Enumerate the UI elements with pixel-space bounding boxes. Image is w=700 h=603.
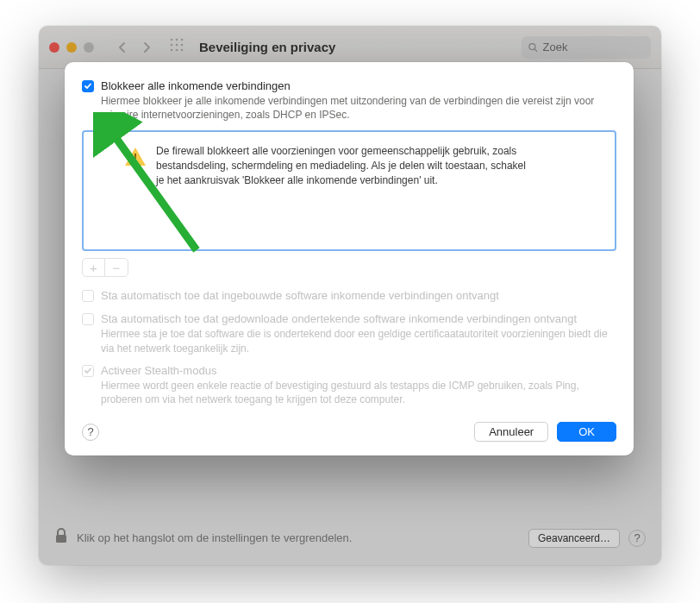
stealth-option: Activeer Stealth-modus Hiermee wordt gee… xyxy=(82,364,616,406)
block-all-option[interactable]: Blokkeer alle inkomende verbindingen xyxy=(82,79,616,92)
signed-option: Sta automatisch toe dat gedownloade onde… xyxy=(82,312,616,355)
remove-button: − xyxy=(105,259,128,276)
stealth-checkbox xyxy=(82,365,94,377)
ok-button[interactable]: OK xyxy=(557,422,616,442)
signed-checkbox xyxy=(82,313,94,325)
block-all-checkbox[interactable] xyxy=(82,80,94,92)
add-remove-control: + − xyxy=(82,258,128,277)
builtin-label: Sta automatisch toe dat ingebouwde softw… xyxy=(101,289,499,302)
block-all-desc: Hiermee blokkeer je alle inkomende verbi… xyxy=(101,94,616,122)
sheet-footer: ? Annuleer OK xyxy=(82,422,616,442)
builtin-option: Sta automatisch toe dat ingebouwde softw… xyxy=(82,289,616,302)
firewall-options-sheet: Blokkeer alle inkomende verbindingen Hie… xyxy=(65,62,634,455)
firewall-notice-box: De firewall blokkeert alle voorzieningen… xyxy=(82,130,616,251)
stealth-label: Activeer Stealth-modus xyxy=(101,364,216,377)
block-all-label: Blokkeer alle inkomende verbindingen xyxy=(101,79,291,92)
signed-desc: Hiermee sta je toe dat software die is o… xyxy=(101,327,616,355)
firewall-notice-text: De firewall blokkeert alle voorzieningen… xyxy=(156,144,535,187)
help-button[interactable]: ? xyxy=(82,424,99,441)
add-button: + xyxy=(83,259,105,276)
signed-label: Sta automatisch toe dat gedownloade onde… xyxy=(101,312,577,325)
builtin-checkbox xyxy=(82,290,94,302)
cancel-button[interactable]: Annuleer xyxy=(474,422,548,442)
warning-icon xyxy=(125,148,146,166)
stealth-desc: Hiermee wordt geen enkele reactie of bev… xyxy=(101,379,616,406)
